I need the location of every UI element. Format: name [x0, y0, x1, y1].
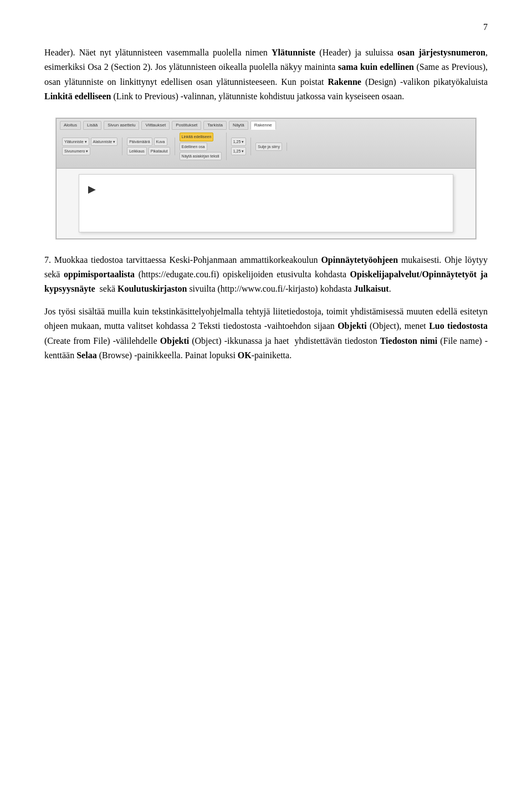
bold-opinnayte-ohje: Opinnäytetyöohjeen — [321, 255, 398, 265]
bold-luo-tiedostosta: Luo tiedostosta — [429, 321, 488, 331]
doc-area: ▶ — [79, 174, 453, 232]
bold-rakenne: Rakenne — [328, 77, 361, 87]
ribbon-row-10: Sulje ja siirry — [255, 143, 282, 151]
ribbon-row-6: Edellinen osa — [180, 143, 222, 151]
tab-aloitus: Aloitus — [60, 121, 81, 130]
paragraph-3: Jos työsi sisältää muilla kuin tekstinkä… — [44, 304, 488, 363]
ribbon-row-3: Päivämäärä Kuva — [127, 138, 170, 146]
ribbon-area: Aloitus Lisää Sivun asettelu Viittaukset… — [57, 119, 475, 169]
footer-labels: Ylätunniste Osa 2 Sama kuin edellinen — [57, 238, 475, 240]
bold-ylatunniste: Ylätunniste — [272, 48, 315, 57]
bold-koulutuskirjasto: Koulutuskirjaston — [117, 284, 187, 293]
page-number: 7 — [44, 22, 488, 32]
text-as: as — [442, 62, 449, 72]
ribbon-row-4: Leikkaus Pikataulut — [127, 147, 170, 155]
paragraph-1: Header). Näet nyt ylätunnisteen vasemmal… — [44, 45, 488, 104]
btn-paivamaara: Päivämäärä — [127, 138, 152, 146]
tab-posti: Postitukset — [172, 121, 201, 130]
btn-leikk: Leikkaus — [127, 147, 147, 155]
btn-kuva: Kuva — [154, 138, 167, 146]
word-screenshot: Aloitus Lisää Sivun asettelu Viittaukset… — [55, 118, 477, 240]
bold-tiedoston-nimi: Tiedoston nimi — [380, 336, 437, 345]
ribbon-row-1: Ylätunniste ▾ Alatunniste ▾ — [62, 138, 117, 146]
btn-sivu: Sivunumero ▾ — [62, 147, 90, 155]
bold-osanjarjestys: osan järjestysnumeron — [397, 48, 485, 57]
doc-cursor: ▶ — [88, 181, 96, 197]
footer-right-label: Sama kuin edellinen — [416, 239, 451, 240]
ribbon-buttons: Ylätunniste ▾ Alatunniste ▾ Sivunumero ▾… — [60, 131, 472, 161]
ribbon-row-2: Sivunumero ▾ — [62, 147, 117, 155]
paragraph-2: 7. Muokkaa tiedostoa tarvittaessa Keski-… — [44, 253, 488, 297]
tab-rakenne: Rakenne — [250, 121, 276, 130]
text-to: to — [135, 92, 142, 101]
bold-linkita: Linkitä edelliseen — [44, 92, 111, 101]
tab-sivun: Sivun asettelu — [104, 121, 139, 130]
btn-nayta-asiakirja: Näytä asiakirjan teksti — [180, 152, 222, 160]
ribbon-row-9: 1,25 ▾ — [231, 147, 247, 155]
btn-ylat: Ylätunniste ▾ — [62, 138, 89, 146]
btn-sulje: Sulje ja siirry — [255, 143, 282, 151]
bold-objekti-2: Objekti — [160, 336, 189, 345]
tab-lisaa: Lisää — [83, 121, 101, 130]
ribbon-group-3: Linkitä edelliseen Edellinen osa Näytä a… — [180, 133, 227, 160]
ribbon-tabs: Aloitus Lisää Sivun asettelu Viittaukset… — [60, 121, 472, 130]
bold-selaa: Selaa — [76, 350, 96, 360]
bold-objekti-1: Objekti — [337, 321, 366, 331]
tab-nayta: Näytä — [229, 121, 248, 130]
ribbon-row-7: Näytä asiakirjan teksti — [180, 152, 222, 160]
btn-margin-top: 1,25 ▾ — [231, 138, 247, 146]
ribbon-group-4: 1,25 ▾ 1,25 ▾ — [231, 138, 252, 155]
btn-alat: Alatunniste ▾ — [91, 138, 118, 146]
footer-left-label: Ylätunniste Osa 2 — [81, 239, 111, 240]
btn-margin-bot: 1,25 ▾ — [231, 147, 247, 155]
word-mockup: Aloitus Lisää Sivun asettelu Viittaukset… — [56, 118, 476, 239]
ribbon-group-2: Päivämäärä Kuva Leikkaus Pikataulut — [127, 138, 175, 155]
ribbon-group-1: Ylätunniste ▾ Alatunniste ▾ Sivunumero ▾ — [62, 138, 122, 155]
bold-ok: OK — [238, 350, 252, 360]
tab-tarkista: Tarkista — [203, 121, 227, 130]
tab-viittaukset: Viittaukset — [141, 121, 170, 130]
bold-samakuin: sama kuin edellinen — [338, 62, 414, 72]
bold-julkaisut: Julkaisut — [354, 284, 389, 293]
btn-pikataulut: Pikataulut — [149, 147, 170, 155]
ribbon-group-5: Sulje ja siirry — [255, 143, 287, 151]
ribbon-row-5: Linkitä edelliseen — [180, 133, 222, 141]
btn-linkita-highlighted: Linkitä edelliseen — [180, 133, 214, 141]
btn-edellinen: Edellinen osa — [180, 143, 207, 151]
page-number-value: 7 — [483, 22, 488, 32]
main-content: Header). Näet nyt ylätunnisteen vasemmal… — [44, 45, 488, 363]
bold-oppimisportaali: oppimisportaalista — [64, 270, 135, 279]
ribbon-row-8: 1,25 ▾ — [231, 138, 247, 146]
